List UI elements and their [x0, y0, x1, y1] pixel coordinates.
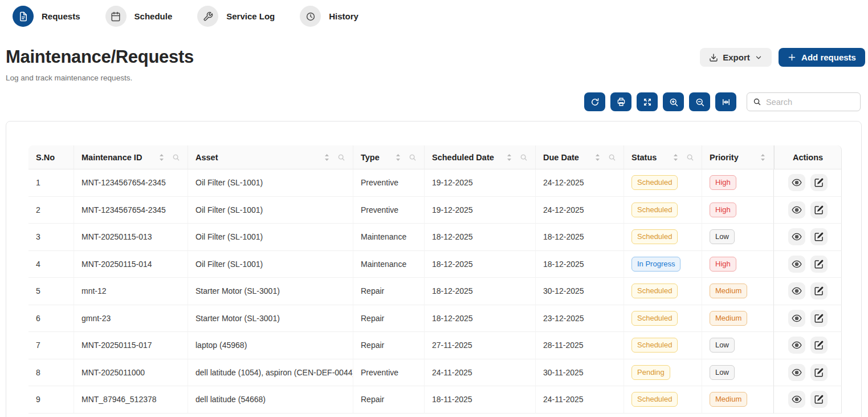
cell-asset: Oil Filter (SL-1001) — [188, 224, 353, 251]
nav-item-requests[interactable]: Requests — [13, 6, 80, 27]
cell-maintenance-id: MNT-20250115-013 — [74, 224, 188, 251]
column-search-icon[interactable] — [409, 153, 417, 161]
cell-maintenance-id: MNT-20250115-017 — [74, 332, 188, 359]
cell-status: In Progress — [624, 251, 702, 278]
col-label: Asset — [195, 153, 218, 162]
cell-scheduled-date: 18-11-2025 — [425, 386, 536, 414]
cell-type: Repair — [353, 386, 425, 414]
edit-button[interactable] — [810, 174, 828, 191]
col-label: Due Date — [543, 153, 579, 162]
cell-asset: Oil Filter (SL-1001) — [188, 251, 353, 278]
priority-badge: Medium — [710, 311, 747, 326]
fit-width-button[interactable] — [715, 92, 736, 111]
page: Requests Schedule Service Log History Ma… — [0, 0, 868, 417]
zoom-out-button[interactable] — [689, 92, 710, 111]
status-badge: Scheduled — [631, 392, 678, 407]
search-input[interactable] — [766, 98, 854, 107]
sort-icon[interactable] — [673, 153, 679, 161]
edit-button[interactable] — [810, 228, 828, 245]
refresh-button[interactable] — [584, 92, 605, 111]
cell-priority: High — [702, 169, 774, 197]
cell-sno: 3 — [28, 224, 74, 251]
cell-status: Scheduled — [624, 169, 702, 197]
edit-icon — [814, 177, 824, 188]
edit-icon — [814, 313, 824, 323]
status-badge: Scheduled — [631, 229, 678, 244]
cell-sno: 4 — [28, 251, 74, 278]
nav-label-requests: Requests — [42, 11, 80, 21]
cell-scheduled-date: 18-12-2025 — [425, 305, 536, 333]
add-requests-button[interactable]: Add requests — [779, 48, 865, 67]
cell-maintenance-id: MNT-1234567654-2345 — [74, 169, 188, 197]
edit-button[interactable] — [810, 337, 828, 354]
cell-priority: Low — [702, 224, 774, 251]
view-button[interactable] — [788, 337, 805, 354]
nav-item-service-log[interactable]: Service Log — [197, 6, 275, 27]
cell-sno: 6 — [28, 305, 74, 333]
calendar-icon — [105, 6, 127, 27]
table-search — [747, 92, 861, 111]
column-search-icon[interactable] — [172, 153, 180, 161]
view-button[interactable] — [788, 282, 805, 299]
table-row: 9 MNT_87946_512378 dell latitude (54668)… — [28, 386, 842, 414]
zoom-in-button[interactable] — [663, 92, 684, 111]
table-row: 2 MNT-1234567654-2345 Oil Filter (SL-100… — [28, 197, 842, 224]
edit-button[interactable] — [810, 310, 828, 327]
page-subtitle: Log and track maintenance requests. — [6, 74, 132, 82]
column-search-icon[interactable] — [608, 153, 616, 161]
view-button[interactable] — [788, 310, 805, 327]
col-label: Scheduled Date — [432, 153, 494, 162]
cell-type: Repair — [353, 305, 425, 333]
status-badge: Scheduled — [631, 175, 678, 190]
eye-icon — [792, 232, 802, 242]
col-header-priority: Priority — [702, 145, 774, 169]
edit-button[interactable] — [810, 282, 828, 299]
column-search-icon[interactable] — [337, 153, 345, 161]
eye-icon — [792, 259, 802, 269]
export-button[interactable]: Export — [700, 48, 772, 67]
top-nav: Requests Schedule Service Log History — [13, 6, 358, 27]
col-label: Priority — [710, 153, 739, 162]
table-row: 3 MNT-20250115-013 Oil Filter (SL-1001) … — [28, 224, 842, 251]
priority-badge: Medium — [710, 284, 747, 298]
view-button[interactable] — [788, 228, 805, 245]
table-row: 8 MNT-2025011000 dell latitude (1054), a… — [28, 359, 842, 387]
view-button[interactable] — [788, 364, 805, 381]
table-row: 7 MNT-20250115-017 laptop (45968) Repair… — [28, 332, 842, 359]
view-button[interactable] — [788, 256, 805, 273]
cell-due-date: 24-11-2025 — [536, 386, 624, 414]
sort-icon[interactable] — [395, 153, 401, 161]
sort-icon[interactable] — [506, 153, 512, 161]
edit-button[interactable] — [810, 256, 828, 273]
view-button[interactable] — [788, 201, 805, 218]
nav-item-schedule[interactable]: Schedule — [105, 6, 173, 27]
table-toolbar — [584, 92, 861, 111]
cell-status: Pending — [624, 359, 702, 387]
edit-button[interactable] — [810, 364, 828, 381]
expand-button[interactable] — [637, 92, 658, 111]
table-row: 4 MNT-20250115-014 Oil Filter (SL-1001) … — [28, 251, 842, 278]
cell-priority: High — [702, 251, 774, 278]
sort-icon[interactable] — [324, 153, 330, 161]
cell-scheduled-date: 18-12-2025 — [425, 278, 536, 305]
column-search-icon[interactable] — [520, 153, 528, 161]
chevron-down-icon — [755, 54, 763, 62]
sort-icon[interactable] — [760, 153, 766, 161]
column-search-icon[interactable] — [686, 153, 694, 161]
view-button[interactable] — [788, 391, 805, 408]
edit-button[interactable] — [810, 201, 828, 218]
col-header-due-date: Due Date — [536, 145, 624, 169]
cell-sno: 1 — [28, 169, 74, 197]
cell-status: Scheduled — [624, 305, 702, 333]
print-button[interactable] — [610, 92, 631, 111]
nav-item-history[interactable]: History — [300, 6, 358, 27]
sort-icon[interactable] — [158, 153, 165, 161]
sort-icon[interactable] — [594, 153, 601, 161]
cell-due-date: 30-12-2025 — [536, 278, 624, 305]
col-header-status: Status — [624, 145, 702, 169]
edit-button[interactable] — [810, 391, 828, 408]
view-button[interactable] — [788, 174, 805, 191]
priority-badge: High — [710, 203, 736, 217]
cell-maintenance-id: MNT_87946_512378 — [74, 386, 188, 414]
eye-icon — [792, 340, 802, 350]
